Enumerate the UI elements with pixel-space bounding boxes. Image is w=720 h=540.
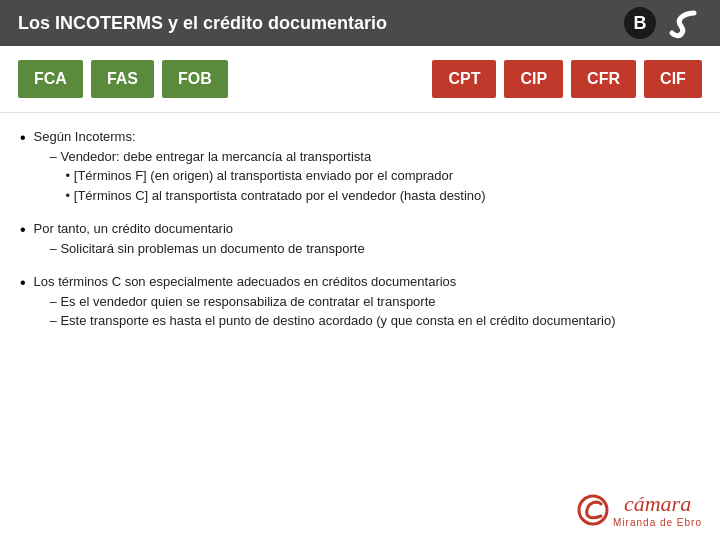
main-content: • Según Incoterms: – Vendedor: debe entr… xyxy=(0,113,720,359)
term-fca: FCA xyxy=(18,60,83,98)
bullet-1-line3: • [Términos C] al transportista contrata… xyxy=(34,186,486,206)
bullet-1-line2: • [Términos F] (en origen) al transporti… xyxy=(34,166,486,186)
svg-point-0 xyxy=(579,496,607,524)
term-cip: CIP xyxy=(504,60,563,98)
bullet-2-dot: • xyxy=(20,219,26,241)
bullet-2-line1: – Solicitará sin problemas un documento … xyxy=(34,239,365,259)
term-cfr: CFR xyxy=(571,60,636,98)
bullet-3: • Los términos C son especialmente adecu… xyxy=(20,272,700,331)
incoterms-bar: FCA FAS FOB CPT CIP CFR CIF xyxy=(0,46,720,113)
bullet-1-line1: – Vendedor: debe entregar la mercancía a… xyxy=(34,147,486,167)
brand-location: Miranda de Ebro xyxy=(613,517,702,528)
bullet-3-line2: – Este transporte es hasta el punto de d… xyxy=(34,311,616,331)
term-fob: FOB xyxy=(162,60,228,98)
bullet-1-dot: • xyxy=(20,127,26,149)
bullet-3-intro: Los términos C son especialmente adecuad… xyxy=(34,274,457,289)
bullet-2-text: Por tanto, un crédito documentario – Sol… xyxy=(34,219,365,258)
bullet-3-line1: – Es el vendedor quien se responsabiliza… xyxy=(34,292,616,312)
badge-b: B xyxy=(624,7,656,39)
bullet-3-text: Los términos C son especialmente adecuad… xyxy=(34,272,616,331)
bullet-1-text: Según Incoterms: – Vendedor: debe entreg… xyxy=(34,127,486,205)
brand-name: cámara xyxy=(613,491,702,517)
bullet-3-dot: • xyxy=(20,272,26,294)
header-right: B xyxy=(624,5,702,41)
bullet-2-intro: Por tanto, un crédito documentario xyxy=(34,221,233,236)
bullet-2: • Por tanto, un crédito documentario – S… xyxy=(20,219,700,258)
bullet-1-intro: Según Incoterms: xyxy=(34,129,136,144)
term-cpt: CPT xyxy=(432,60,496,98)
page-header: Los INCOTERMS y el crédito documentario … xyxy=(0,0,720,46)
term-fas: FAS xyxy=(91,60,154,98)
footer-logo: cámara Miranda de Ebro xyxy=(577,491,702,528)
page-title: Los INCOTERMS y el crédito documentario xyxy=(18,13,387,34)
bullet-1: • Según Incoterms: – Vendedor: debe entr… xyxy=(20,127,700,205)
brand-logo-icon xyxy=(666,5,702,41)
term-cif: CIF xyxy=(644,60,702,98)
camara-c-icon xyxy=(577,494,609,526)
